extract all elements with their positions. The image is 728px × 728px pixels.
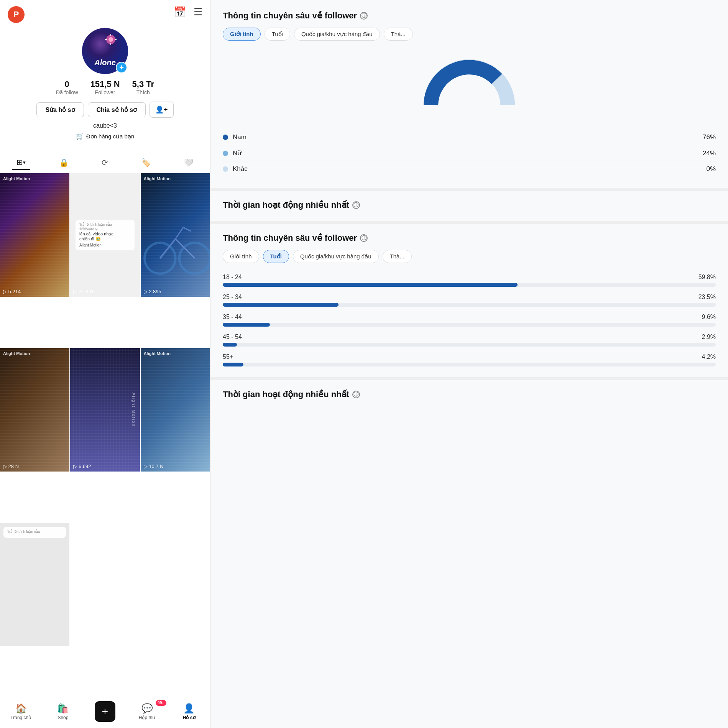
video-count-5: ▷ 6.692 bbox=[73, 463, 91, 469]
bar-track-3 bbox=[223, 343, 716, 347]
filter-age-1[interactable]: Tuổi bbox=[265, 28, 290, 41]
top-bar: P 📅 ☰ bbox=[0, 0, 210, 24]
profile-section: Alone + 0 Đã follow 151,5 N Follower 5,3… bbox=[0, 24, 210, 148]
edit-profile-button[interactable]: Sửa hồ sơ bbox=[36, 102, 84, 117]
profile-icon: 👤 bbox=[183, 703, 195, 714]
lock-icon: 🔒 bbox=[59, 158, 69, 167]
create-button[interactable]: + bbox=[95, 701, 115, 722]
bar-label-2: 35 - 44 bbox=[223, 314, 242, 320]
legend-row-nam: Nam 76% bbox=[223, 130, 716, 145]
info-icon-activity-2[interactable]: ⓘ bbox=[352, 391, 360, 398]
moto-svg bbox=[141, 173, 210, 297]
plus-icon: + bbox=[102, 705, 108, 718]
likes-label: Thích bbox=[136, 89, 150, 95]
video-cell-6[interactable]: Alight Motion ▷ 10,7 N bbox=[141, 348, 210, 472]
video-cell-7[interactable]: Trả lời bình luận của bbox=[0, 523, 69, 646]
filter-country-2[interactable]: Quốc gia/khu vực hàng đầu bbox=[293, 250, 379, 263]
bar-label-3: 45 - 54 bbox=[223, 334, 242, 340]
bar-header-3: 45 - 54 2.9% bbox=[223, 334, 716, 340]
add-friend-button[interactable]: 👤+ bbox=[150, 102, 174, 118]
video-chat-overlay: Trả lời bình luận của@hilosuong lên cái … bbox=[76, 220, 135, 250]
info-icon-1[interactable]: ⓘ bbox=[360, 12, 368, 20]
tab-liked[interactable]: 🤍 bbox=[179, 155, 198, 170]
tab-locked[interactable]: 🔒 bbox=[54, 155, 73, 170]
legend-row-khac: Khác 0% bbox=[223, 161, 716, 177]
info-icon-2[interactable]: ⓘ bbox=[360, 234, 368, 242]
info-icon-activity-1[interactable]: ⓘ bbox=[352, 201, 360, 209]
chat-user-2: Trả lời bình luận của bbox=[7, 530, 62, 534]
age-bar-row-0: 18 - 24 59.8% bbox=[223, 274, 716, 287]
bar-fill-4 bbox=[223, 363, 243, 366]
video-count-6: ▷ 10,7 N bbox=[144, 463, 164, 469]
username: caube<3 bbox=[93, 122, 117, 129]
add-avatar-button[interactable]: + bbox=[116, 62, 127, 73]
filter-age-2[interactable]: Tuổi bbox=[263, 250, 289, 263]
video-count-3: ▷ 2.895 bbox=[144, 289, 161, 294]
dot-nam bbox=[223, 135, 228, 140]
menu-icon[interactable]: ☰ bbox=[194, 6, 202, 18]
chat-user: Trả lời bình luận của@hilosuong bbox=[79, 223, 131, 230]
tag-icon: 🏷️ bbox=[141, 158, 151, 167]
vertical-lines bbox=[70, 348, 140, 472]
bar-value-1: 23.5% bbox=[698, 294, 716, 301]
bar-track-2 bbox=[223, 323, 716, 327]
right-panel: Thông tin chuyên sâu về follower ⓘ Giới … bbox=[210, 0, 728, 728]
tab-tagged[interactable]: 🏷️ bbox=[136, 155, 155, 170]
filter-country-1[interactable]: Quốc gia/khu vực hàng đầu bbox=[294, 28, 380, 41]
tab-repost[interactable]: ⟳ bbox=[97, 155, 113, 170]
order-row[interactable]: 🛒 Đơn hàng của bạn bbox=[76, 132, 135, 140]
filter-more-1[interactable]: Thà... bbox=[384, 28, 413, 41]
chat-text: lên cái video nhạcchiến đi 🥹 bbox=[79, 232, 131, 242]
share-profile-button[interactable]: Chia sẻ hồ sơ bbox=[88, 102, 146, 117]
label-khac: Khác bbox=[233, 165, 248, 173]
activity-title-1: Thời gian hoạt động nhiều nhất ⓘ bbox=[223, 200, 716, 210]
filter-gender[interactable]: Giới tính bbox=[223, 28, 261, 41]
stats-row: 0 Đã follow 151,5 N Follower 5,3 Tr Thíc… bbox=[56, 79, 154, 95]
stat-following: 0 Đã follow bbox=[56, 79, 78, 95]
video-cell-3[interactable]: Alight Motion ▷ 2.895 bbox=[141, 173, 210, 297]
bar-value-3: 2.9% bbox=[702, 334, 716, 340]
age-bar-row-1: 25 - 34 23.5% bbox=[223, 294, 716, 307]
video-grid: Alight Motion ▷ 5.214 Trả lời bình luận … bbox=[0, 173, 210, 697]
bar-label-1: 25 - 34 bbox=[223, 294, 242, 301]
calendar-icon[interactable]: 📅 bbox=[174, 6, 186, 18]
nav-profile[interactable]: 👤 Hồ sơ bbox=[174, 703, 204, 720]
nav-inbox[interactable]: 💬 99+ Hộp thư bbox=[132, 703, 163, 720]
video-count-4: ▷ 28 N bbox=[3, 463, 19, 469]
age-bar-row-2: 35 - 44 9.6% bbox=[223, 314, 716, 327]
following-label: Đã follow bbox=[56, 89, 78, 95]
followers-label: Follower bbox=[95, 89, 115, 95]
filter-more-2[interactable]: Thà... bbox=[383, 250, 412, 263]
bar-value-0: 59.8% bbox=[698, 274, 716, 281]
stat-likes: 5,3 Tr Thích bbox=[132, 79, 154, 95]
filter-gender-2[interactable]: Giới tính bbox=[223, 250, 259, 263]
video-label-3: Alight Motion bbox=[144, 176, 171, 181]
video-cell-1[interactable]: Alight Motion ▷ 5.214 bbox=[0, 173, 69, 297]
gender-filter-tabs: Giới tính Tuổi Quốc gia/khu vực hàng đầu… bbox=[223, 28, 716, 41]
tab-grid[interactable]: ⊞ ▾ bbox=[12, 155, 30, 170]
bar-header-0: 18 - 24 59.8% bbox=[223, 274, 716, 281]
shop-icon: 🛍️ bbox=[57, 703, 69, 714]
cart-icon: 🛒 bbox=[76, 132, 84, 140]
nav-shop[interactable]: 🛍️ Shop bbox=[48, 703, 78, 720]
home-label: Trang chủ bbox=[10, 715, 31, 720]
bar-fill-1 bbox=[223, 303, 339, 307]
chat-brand-label: Alight Motion bbox=[79, 243, 131, 247]
video-label-6: Alight Motion bbox=[144, 351, 171, 356]
nav-home[interactable]: 🏠 Trang chủ bbox=[6, 703, 36, 720]
video-chat-overlay-2: Trả lời bình luận của bbox=[3, 527, 66, 538]
video-cell-5[interactable]: Alight Motion ▷ 6.692 bbox=[70, 348, 140, 472]
bar-header-2: 35 - 44 9.6% bbox=[223, 314, 716, 320]
nav-create[interactable]: + bbox=[90, 701, 120, 722]
video-cell-2[interactable]: Trả lời bình luận của@hilosuong lên cái … bbox=[70, 173, 140, 297]
video-cell-4[interactable]: Alight Motion ▷ 28 N bbox=[0, 348, 69, 472]
value-nu: 24% bbox=[703, 150, 716, 157]
divider-1 bbox=[210, 188, 728, 191]
label-nam: Nam bbox=[233, 133, 247, 141]
dropdown-icon: ▾ bbox=[23, 159, 26, 165]
order-label: Đơn hàng của bạn bbox=[86, 133, 135, 140]
age-bar-row-3: 45 - 54 2.9% bbox=[223, 334, 716, 347]
follower-insights-title: Thông tin chuyên sâu về follower ⓘ bbox=[223, 11, 716, 21]
dot-nu bbox=[223, 151, 228, 156]
inbox-badge: 99+ bbox=[156, 700, 166, 706]
